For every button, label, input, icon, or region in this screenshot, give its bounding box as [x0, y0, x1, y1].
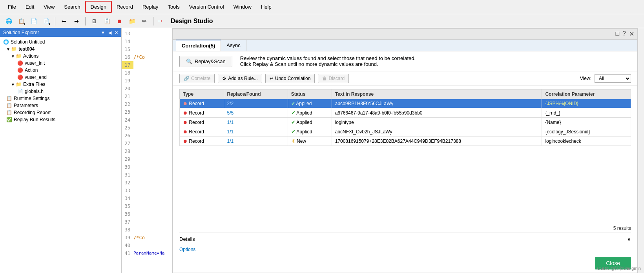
- globals-icon: 📄: [17, 89, 23, 94]
- tab-async[interactable]: Async: [221, 40, 246, 51]
- menu-view[interactable]: View: [39, 2, 59, 12]
- tree-vuser-end[interactable]: 🔴 vuser_end: [0, 74, 121, 81]
- actions-icon: 📁: [16, 53, 22, 59]
- pin-icon[interactable]: ◀: [108, 30, 111, 35]
- tree-globals-h[interactable]: 📄 globals.h: [0, 88, 121, 95]
- code-editor: 13 14 15 16/*Co 17 18 19 20 21 22 23 24 …: [122, 28, 173, 273]
- row4-replace: 1/1: [224, 127, 288, 136]
- view-select[interactable]: All Applied New Pending: [595, 74, 631, 83]
- table-row[interactable]: ⏺ Record 1/1 ✔ Applied abcNFXt_Ov02h_JSJ…: [180, 127, 631, 136]
- toolbar-new2-btn[interactable]: 📄 ▼: [41, 16, 52, 26]
- menu-replay[interactable]: Replay: [138, 2, 163, 12]
- code-line-41: 41ParamName=Na: [122, 249, 172, 257]
- design-studio-panel: □ ? ✕ Correlation(5) Async 🔍 Replay&Scan…: [173, 28, 638, 273]
- code-line-28: 28: [122, 147, 172, 155]
- row1-text: abcb9RP1H8FtY56CJLaWy: [332, 99, 542, 108]
- correlate-button[interactable]: 🔗 Correlate: [179, 74, 215, 83]
- toolbar-copy-btn[interactable]: 📋: [101, 16, 112, 26]
- tree-action[interactable]: 🔴 Action: [0, 67, 121, 74]
- toolbar-monitor-btn[interactable]: 🖥: [89, 16, 100, 26]
- details-header[interactable]: Details ∨: [179, 233, 631, 245]
- toolbar-new-btn[interactable]: 📄: [28, 16, 39, 26]
- tree-solution-untitled[interactable]: 🌐 Solution Untitled: [0, 38, 121, 46]
- tree-extra-files[interactable]: ▼ 📁 Extra Files: [0, 81, 121, 88]
- code-line-30: 30: [122, 163, 172, 171]
- options-link[interactable]: Options: [179, 245, 631, 254]
- code-line-21: 21: [122, 93, 172, 100]
- tree-actions[interactable]: ▼ 📁 Actions: [0, 53, 121, 60]
- code-line-20: 20: [122, 85, 172, 93]
- search-icon: 🔍: [186, 58, 192, 64]
- solution-tree: 🌐 Solution Untitled ▼ 📁 test004 ▼ 📁 Acti…: [0, 37, 121, 273]
- toolbar-clipboard-btn[interactable]: 📋 ▼: [16, 16, 27, 26]
- recording-report-icon: 📋: [6, 110, 12, 115]
- row3-replace-link[interactable]: 1/1: [227, 120, 234, 125]
- close-ds-icon[interactable]: ✕: [629, 30, 634, 38]
- tree-recording-report[interactable]: 📋 Recording Report: [0, 109, 121, 116]
- row2-replace-link[interactable]: 5/5: [227, 110, 234, 116]
- tree-test004[interactable]: ▼ 📁 test004: [0, 46, 121, 53]
- table-row[interactable]: ⏺ Record 2/2 ✔ Applied abcb9RP1H8FtY56CJ…: [180, 99, 631, 108]
- right-scrollbar[interactable]: [638, 28, 644, 273]
- status-applied-icon-1: ✔: [291, 101, 295, 106]
- runtime-settings-icon: 📋: [6, 96, 12, 101]
- record-icon-5: ⏺: [183, 138, 188, 144]
- row1-replace-link[interactable]: 2/2: [227, 101, 234, 106]
- toolbar-undo-btn[interactable]: ⬅: [58, 16, 69, 26]
- tree-parameters[interactable]: 📋 Parameters: [0, 102, 121, 109]
- replay-results-icon: ✅: [6, 117, 12, 122]
- code-line-38: 38: [122, 226, 172, 234]
- toolbar-redo-btn[interactable]: ➡: [71, 16, 82, 26]
- details-section: Details ∨ Options: [179, 233, 631, 254]
- add-rule-label: Add as Rule...: [228, 76, 257, 81]
- collapse-icon[interactable]: ▼: [101, 30, 105, 35]
- table-row[interactable]: ⏺ Record 1/1 ✳ New 1700816915079+28E3E02…: [180, 136, 631, 146]
- status-applied-icon-3: ✔: [291, 119, 296, 125]
- row4-param: {ecology_JSessionid}: [542, 127, 631, 136]
- col-text: Text in Response: [332, 89, 542, 99]
- table-row[interactable]: ⏺ Record 1/1 ✔ Applied logintype {Name}: [180, 118, 631, 127]
- tree-vuser-init[interactable]: 🔴 vuser_init: [0, 60, 121, 67]
- solution-explorer-title: Solution Explorer: [3, 30, 39, 35]
- row2-text: a6766467-9a17-48a9-b0f0-fb55b90d3bb0: [332, 108, 542, 118]
- menu-design[interactable]: Design: [85, 1, 112, 13]
- code-line-33: 33: [122, 187, 172, 195]
- discard-button[interactable]: 🗑 Discard: [318, 74, 349, 83]
- col-status: Status: [288, 89, 332, 99]
- minimize-icon[interactable]: □: [615, 30, 619, 38]
- ds-tabs: Correlation(5) Async: [173, 40, 637, 51]
- replay-scan-area: 🔍 Replay&Scan Review the dynamic values …: [173, 51, 637, 71]
- extra-files-icon: 📁: [16, 82, 22, 87]
- menu-help[interactable]: Help: [256, 2, 276, 12]
- menu-tools[interactable]: Tools: [163, 2, 184, 12]
- tab-correlation[interactable]: Correlation(5): [176, 40, 221, 51]
- menu-edit[interactable]: Edit: [21, 2, 39, 12]
- row4-text: abcNFXt_Ov02h_JSJLaWy: [332, 127, 542, 136]
- record-icon-2: ⏺: [183, 110, 188, 116]
- tree-runtime-settings[interactable]: 📋 Runtime Settings: [0, 95, 121, 102]
- tree-replay-results[interactable]: ✅ Replay Run Results: [0, 116, 121, 123]
- vuser-init-icon: 🔴: [17, 60, 23, 66]
- menu-search[interactable]: Search: [59, 2, 85, 12]
- close-se-icon[interactable]: ✕: [115, 30, 118, 35]
- replay-scan-button[interactable]: 🔍 Replay&Scan: [179, 56, 232, 67]
- action-bar: 🔗 Correlate ⚙ Add as Rule... ↩ Undo Corr…: [173, 71, 637, 86]
- watermark: CSDN @汪软wangmin: [597, 266, 641, 271]
- toolbar-folder-btn[interactable]: 📁: [126, 16, 137, 26]
- table-row[interactable]: ⏺ Record 5/5 ✔ Applied a6766467-9a17-48a…: [180, 108, 631, 118]
- menu-record[interactable]: Record: [112, 2, 138, 12]
- toolbar-edit-btn[interactable]: ✏: [139, 16, 150, 26]
- undo-correlation-button[interactable]: ↩ Undo Correlation: [265, 74, 315, 83]
- toolbar-record-btn[interactable]: ⏺: [114, 16, 125, 26]
- row5-replace-link[interactable]: 1/1: [227, 138, 234, 144]
- view-label: View:: [580, 76, 591, 81]
- row4-replace-link[interactable]: 1/1: [227, 129, 234, 135]
- discard-label: Discard: [328, 76, 345, 81]
- add-as-rule-button[interactable]: ⚙ Add as Rule...: [218, 74, 262, 83]
- row5-status: ✳ New: [288, 136, 332, 146]
- help-icon[interactable]: ?: [622, 30, 626, 38]
- menu-window[interactable]: Window: [229, 2, 256, 12]
- menu-version-control[interactable]: Version Control: [184, 2, 229, 12]
- toolbar-globe-btn[interactable]: 🌐: [3, 16, 14, 26]
- menu-file[interactable]: File: [3, 2, 21, 12]
